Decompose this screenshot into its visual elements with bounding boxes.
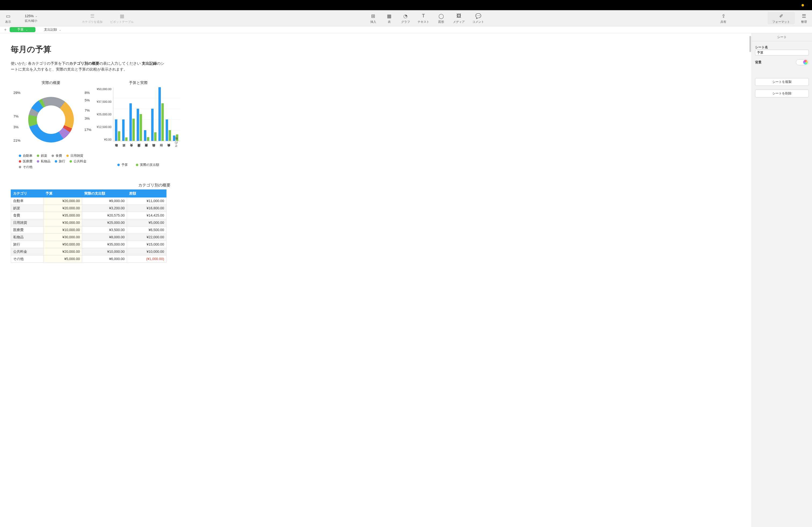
cell-actual[interactable]: ¥3,200.00 — [82, 205, 127, 212]
cell-category[interactable]: 自動車 — [11, 197, 44, 205]
comment-button[interactable]: 💬 コメント — [468, 10, 488, 26]
cell-diff[interactable]: ¥5,000.00 — [127, 219, 166, 226]
organize-button[interactable]: ☰ 整理 — [796, 10, 812, 26]
cell-actual[interactable]: ¥3,500.00 — [82, 226, 127, 234]
insert-label: 挿入 — [370, 20, 376, 24]
legend-item: 日用雑貨 — [66, 153, 83, 158]
bar-group — [122, 119, 128, 141]
bar-groups — [113, 88, 180, 141]
insert-button[interactable]: ⊞ 挿入 — [365, 10, 381, 26]
bar-chart-title: 予算と実際 — [97, 80, 180, 85]
shape-button[interactable]: ◯ 図形 — [433, 10, 449, 26]
cell-category[interactable]: 日用雑貨 — [11, 219, 44, 226]
cell-actual[interactable]: ¥8,000.00 — [82, 234, 127, 241]
summary-table[interactable]: カテゴリ予算実際の支出額差額 自動車¥20,000.00¥9,000.00¥11… — [11, 190, 166, 263]
cell-diff[interactable]: ¥11,000.00 — [127, 197, 166, 205]
cell-category[interactable]: 旅行 — [11, 241, 44, 248]
column-header[interactable]: カテゴリ — [11, 190, 44, 197]
table-row[interactable]: 公共料金¥20,000.00¥10,000.00¥10,000.00 — [11, 248, 166, 255]
table-button[interactable]: ▦ 表 — [381, 10, 397, 26]
bar — [125, 137, 128, 141]
cell-diff[interactable]: ¥16,800.00 — [127, 205, 166, 212]
cell-actual[interactable]: ¥9,000.00 — [82, 197, 127, 205]
chart-button[interactable]: ◔ グラフ — [397, 10, 414, 26]
cell-budget[interactable]: ¥50,000.00 — [44, 241, 82, 248]
share-button[interactable]: ⇪ 共有 — [715, 10, 731, 26]
x-tick-label: 公共料金 — [167, 142, 171, 149]
table-row[interactable]: 私物品¥30,000.00¥8,000.00¥22,000.00 — [11, 234, 166, 241]
pivot-button[interactable]: ▦ ピボットテーブル — [106, 10, 137, 26]
canvas-area[interactable]: 毎月の予算 使いかた: 各カテゴリの予算を下のカテゴリ別の概要の表に入力してくだ… — [0, 33, 752, 527]
cell-diff[interactable]: ¥6,500.00 — [127, 226, 166, 234]
cell-actual[interactable]: ¥25,000.00 — [82, 219, 127, 226]
add-sheet-button[interactable]: + — [2, 26, 9, 33]
instructions-text: 使いかた: 各カテゴリの予算を下のカテゴリ別の概要の表に入力してください 支出記… — [11, 60, 166, 73]
cell-category[interactable]: 公共料金 — [11, 248, 44, 255]
table-row[interactable]: 日用雑貨¥30,000.00¥25,000.00¥5,000.00 — [11, 219, 166, 226]
column-header[interactable]: 実際の支出額 — [82, 190, 127, 197]
table-row[interactable]: 旅行¥50,000.00¥35,000.00¥15,000.00 — [11, 241, 166, 248]
text-label: テキスト — [418, 20, 429, 24]
cell-budget[interactable]: ¥20,000.00 — [44, 248, 82, 255]
cell-actual[interactable]: ¥6,000.00 — [82, 255, 127, 262]
table-row[interactable]: 娯楽¥20,000.00¥3,200.00¥16,800.00 — [11, 205, 166, 212]
column-header[interactable]: 予算 — [44, 190, 82, 197]
cell-diff[interactable]: ¥14,425.00 — [127, 212, 166, 219]
cell-category[interactable]: 医療費 — [11, 226, 44, 234]
bar — [122, 119, 125, 141]
bar-y-axis: ¥50,000.00¥37,500.00¥25,000.00¥12,500.00… — [97, 88, 113, 141]
donut-graphic — [28, 97, 74, 142]
bar-group — [165, 119, 171, 141]
delete-sheet-button[interactable]: シートを削除 — [755, 90, 809, 97]
cell-category[interactable]: その他 — [11, 255, 44, 262]
cell-category[interactable]: 娯楽 — [11, 205, 44, 212]
table-row[interactable]: 自動車¥20,000.00¥9,000.00¥11,000.00 — [11, 197, 166, 205]
cell-budget[interactable]: ¥10,000.00 — [44, 226, 82, 234]
sheet-name-input[interactable] — [755, 50, 809, 56]
sheet-tab-budget[interactable]: 予算 ⌄ — [10, 27, 35, 32]
sheet-tab-spending[interactable]: 支出記録 ⌄ — [37, 26, 69, 33]
bar — [166, 119, 168, 141]
bar — [140, 114, 142, 141]
bar-chart[interactable]: 予算と実際 ¥50,000.00¥37,500.00¥25,000.00¥12,… — [97, 80, 180, 169]
cell-budget[interactable]: ¥35,000.00 — [44, 212, 82, 219]
sheet-tab-bar: + 予算 ⌄ 支出記録 ⌄ — [0, 26, 812, 33]
cell-budget[interactable]: ¥20,000.00 — [44, 197, 82, 205]
cell-category[interactable]: 私物品 — [11, 234, 44, 241]
bar — [176, 134, 178, 141]
inspector-tab[interactable]: シート — [752, 33, 812, 41]
scrollbar-thumb[interactable] — [750, 36, 751, 52]
cell-budget[interactable]: ¥5,000.00 — [44, 255, 82, 262]
toolbar: ▭ 表示 125%⌄ 拡大/縮小 ☰ カテゴリを追加 ▦ ピボットテーブル ⊞ … — [0, 10, 812, 26]
cell-budget[interactable]: ¥20,000.00 — [44, 205, 82, 212]
cell-category[interactable]: 食費 — [11, 212, 44, 219]
zoom-control[interactable]: 125%⌄ 拡大/縮小 — [16, 10, 46, 26]
cell-diff[interactable]: (¥1,000.00) — [127, 255, 166, 262]
table-row[interactable]: その他¥5,000.00¥6,000.00(¥1,000.00) — [11, 255, 166, 262]
column-header[interactable]: 差額 — [127, 190, 166, 197]
table-row[interactable]: 食費¥35,000.00¥20,575.00¥14,425.00 — [11, 212, 166, 219]
duplicate-sheet-button[interactable]: シートを複製 — [755, 78, 809, 86]
table-row[interactable]: 医療費¥10,000.00¥3,500.00¥6,500.00 — [11, 226, 166, 234]
cell-diff[interactable]: ¥22,000.00 — [127, 234, 166, 241]
table-title: カテゴリ別の概要 — [11, 183, 298, 188]
cell-actual[interactable]: ¥20,575.00 — [82, 212, 127, 219]
swatch-icon — [19, 154, 21, 157]
cell-diff[interactable]: ¥10,000.00 — [127, 248, 166, 255]
cell-actual[interactable]: ¥10,000.00 — [82, 248, 127, 255]
cell-budget[interactable]: ¥30,000.00 — [44, 234, 82, 241]
format-button[interactable]: ✐ フォーマット — [767, 12, 795, 25]
sheet-tab-label: 支出記録 — [44, 27, 57, 32]
donut-chart[interactable]: 実際の概要 29% 7% 3% 21% 8% 5% 7% 3% 17% 自動車娯… — [11, 80, 91, 169]
cell-diff[interactable]: ¥15,000.00 — [127, 241, 166, 248]
background-toggle[interactable] — [796, 59, 809, 65]
add-category-button[interactable]: ☰ カテゴリを追加 — [78, 10, 106, 26]
media-button[interactable]: 🖼 メディア — [449, 10, 468, 26]
text-button[interactable]: T テキスト — [414, 10, 433, 26]
cell-actual[interactable]: ¥35,000.00 — [82, 241, 127, 248]
view-button[interactable]: ▭ 表示 — [0, 10, 16, 26]
bar — [137, 109, 139, 141]
pct-label: 17% — [84, 128, 91, 132]
cell-budget[interactable]: ¥30,000.00 — [44, 219, 82, 226]
table-icon: ▦ — [387, 13, 392, 19]
